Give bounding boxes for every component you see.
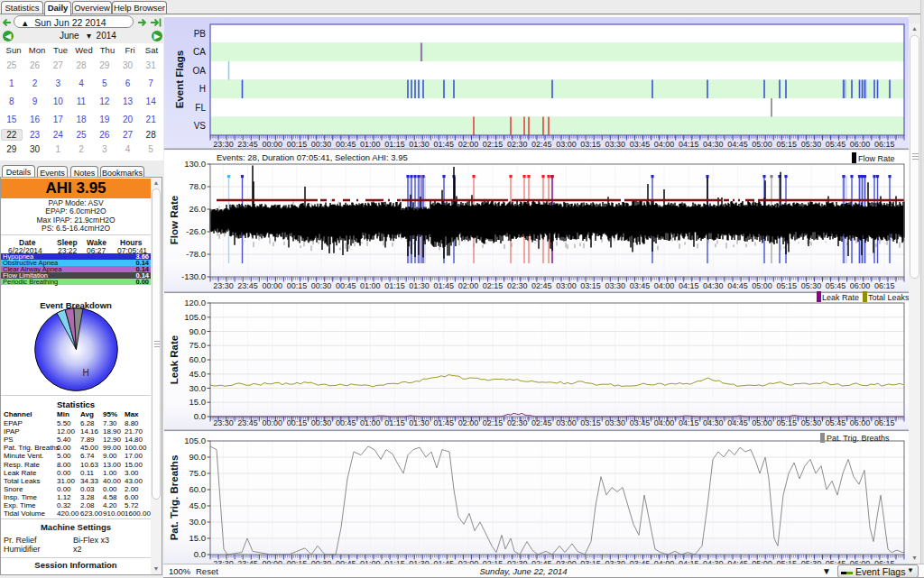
svg-text:-78.0: -78.0 [186,249,206,259]
svg-text:00:15: 00:15 [287,140,308,149]
svg-text:Pat. Trig. Breaths: Pat. Trig. Breaths [827,434,890,443]
svg-text:120.0: 120.0 [184,298,206,307]
svg-text:01:30: 01:30 [409,281,430,290]
svg-text:75.0: 75.0 [189,468,207,478]
svg-text:-130.0: -130.0 [181,271,206,281]
svg-text:02:15: 02:15 [483,140,504,149]
svg-text:PB: PB [194,29,207,39]
svg-text:05:15: 05:15 [776,140,797,149]
svg-text:03:15: 03:15 [580,281,601,290]
svg-text:06:00: 06:00 [850,140,871,149]
svg-text:01:15: 01:15 [384,140,405,149]
svg-text:06:15: 06:15 [874,140,895,149]
svg-text:02:30: 02:30 [507,140,528,149]
svg-text:04:15: 04:15 [679,418,699,427]
svg-text:01:30: 01:30 [409,140,430,149]
svg-text:02:00: 02:00 [458,418,479,427]
svg-text:04:15: 04:15 [679,140,699,149]
svg-text:FL: FL [195,103,206,113]
svg-text:-26.0: -26.0 [186,226,206,236]
svg-text:01:45: 01:45 [433,281,454,290]
svg-text:Events: 28, Duration 07:05:41,: Events: 28, Duration 07:05:41, Selection… [217,152,408,162]
svg-text:Pat. Trig. Breaths: Pat. Trig. Breaths [169,455,180,541]
svg-text:06:15: 06:15 [874,281,895,290]
svg-text:23:30: 23:30 [213,140,234,149]
svg-text:00:45: 00:45 [336,281,356,290]
svg-text:90.0: 90.0 [189,326,207,336]
svg-text:03:15: 03:15 [580,418,601,427]
svg-text:105.0: 105.0 [184,312,206,322]
svg-text:00:30: 00:30 [311,418,332,427]
svg-text:05:30: 05:30 [801,140,822,149]
svg-text:Flow Rate: Flow Rate [858,154,895,163]
svg-text:26.0: 26.0 [189,204,207,214]
svg-text:02:45: 02:45 [531,418,552,427]
svg-text:90.0: 90.0 [189,452,207,462]
svg-text:01:15: 01:15 [384,418,405,427]
svg-text:23:30: 23:30 [213,281,234,290]
svg-text:00:00: 00:00 [263,418,283,427]
svg-text:01:45: 01:45 [433,140,454,149]
svg-text:Leak Rate: Leak Rate [169,335,180,384]
svg-text:04:45: 04:45 [727,281,748,290]
svg-text:02:30: 02:30 [507,281,528,290]
svg-text:00:00: 00:00 [263,140,283,149]
svg-text:02:30: 02:30 [507,418,528,427]
svg-text:OA: OA [193,66,207,76]
svg-text:00:00: 00:00 [263,281,283,290]
svg-text:CA: CA [193,47,206,57]
svg-text:05:15: 05:15 [776,418,797,427]
svg-text:60.0: 60.0 [189,484,207,494]
svg-text:05:45: 05:45 [826,281,846,290]
svg-text:0.0: 0.0 [194,411,206,421]
svg-text:VS: VS [194,121,207,131]
svg-text:30.0: 30.0 [189,383,207,393]
svg-text:00:30: 00:30 [311,281,332,290]
svg-text:03:45: 03:45 [630,418,651,427]
svg-text:04:00: 04:00 [654,140,675,149]
svg-text:H: H [199,84,206,94]
svg-text:02:45: 02:45 [531,140,552,149]
svg-text:23:45: 23:45 [237,140,258,149]
svg-text:05:00: 05:00 [752,281,772,290]
svg-text:Event Flags: Event Flags [174,50,185,109]
svg-text:06:15: 06:15 [874,418,895,427]
svg-text:04:00: 04:00 [654,281,675,290]
svg-text:30.0: 30.0 [189,517,207,527]
svg-text:03:15: 03:15 [580,140,601,149]
svg-text:02:15: 02:15 [483,281,504,290]
svg-text:78.0: 78.0 [189,181,207,191]
svg-text:04:30: 04:30 [703,281,724,290]
svg-text:60.0: 60.0 [189,354,207,364]
svg-text:23:30: 23:30 [213,418,234,427]
svg-text:03:45: 03:45 [630,140,651,149]
svg-text:Leak Rate: Leak Rate [822,293,859,302]
svg-text:45.0: 45.0 [189,500,207,510]
svg-text:03:45: 03:45 [630,281,651,290]
svg-text:00:15: 00:15 [287,281,308,290]
svg-text:04:45: 04:45 [727,140,748,149]
svg-text:05:45: 05:45 [826,140,846,149]
svg-text:45.0: 45.0 [189,369,207,379]
svg-text:23:45: 23:45 [237,281,258,290]
svg-text:03:30: 03:30 [605,140,625,149]
svg-text:04:00: 04:00 [654,418,675,427]
svg-text:01:45: 01:45 [433,418,454,427]
svg-text:75.0: 75.0 [189,340,207,350]
svg-text:03:00: 03:00 [556,418,577,427]
svg-text:02:15: 02:15 [483,418,504,427]
svg-text:01:00: 01:00 [360,281,381,290]
svg-text:15.0: 15.0 [189,397,207,407]
svg-text:04:30: 04:30 [703,140,724,149]
svg-text:05:00: 05:00 [752,140,772,149]
svg-text:06:00: 06:00 [850,418,871,427]
svg-text:03:30: 03:30 [605,418,625,427]
svg-text:05:15: 05:15 [776,281,797,290]
svg-text:05:30: 05:30 [801,281,822,290]
svg-text:105.0: 105.0 [184,436,206,445]
svg-text:02:45: 02:45 [531,281,552,290]
svg-text:02:00: 02:00 [458,281,479,290]
svg-text:130.0: 130.0 [184,159,206,169]
svg-text:06:00: 06:00 [850,281,871,290]
svg-text:04:15: 04:15 [679,281,699,290]
